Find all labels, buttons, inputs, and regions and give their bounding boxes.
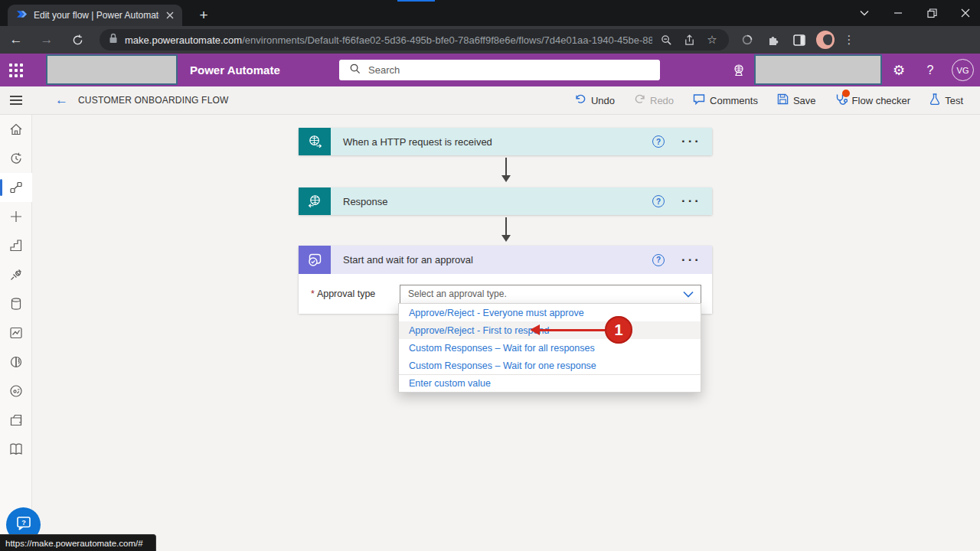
dropdown-option[interactable]: Custom Responses – Wait for all response… [399,339,701,357]
left-nav-rail [0,115,32,551]
lock-icon [109,33,118,47]
restore-icon[interactable] [923,5,940,21]
close-icon[interactable] [957,5,974,21]
tab-search-chevron-icon[interactable] [856,5,873,21]
step-menu-icon[interactable]: ··· [681,134,701,149]
undo-button[interactable]: Undo [575,93,615,107]
step-menu-icon[interactable]: ··· [681,253,701,268]
http-connector-icon [299,128,331,155]
hamburger-menu-icon[interactable] [0,96,32,105]
step-title: When a HTTP request is received [343,136,652,148]
flow-checker-stethoscope-icon [835,93,848,108]
extensions-puzzle-icon[interactable] [764,31,782,49]
zoom-out-icon[interactable] [657,31,675,49]
new-tab-button[interactable]: + [193,5,214,26]
step-info-icon[interactable]: ? [652,195,665,207]
reload-icon[interactable] [66,28,89,51]
sidebar-item-learn[interactable] [0,435,32,464]
step-menu-icon[interactable]: ··· [681,194,701,209]
help-icon[interactable]: ? [920,54,940,86]
approval-type-label-text: Approval type [317,289,375,299]
account-avatar[interactable]: VG [952,59,974,81]
address-bar[interactable]: make.powerautomate.com/environments/Defa… [100,29,729,51]
approval-type-select[interactable]: Select an approval type. [400,285,701,304]
flow-checker-alert-dot [842,90,850,97]
dropdown-option-custom-value[interactable]: Enter custom value [399,374,701,392]
bookmark-star-icon[interactable]: ☆ [703,31,721,49]
browser-extension-area: ⋮ [738,31,856,49]
flow-connector-arrow [505,217,507,240]
test-flask-icon [929,93,940,107]
share-icon[interactable] [680,31,698,49]
browser-navbar: ← → make.powerautomate.com/environments/… [0,26,980,54]
select-placeholder: Select an approval type. [408,289,683,299]
sidebar-item-connectors[interactable] [0,260,32,289]
window-controls [856,0,974,26]
flow-command-bar: ← CUSTOMER ONBOARDING FLOW Undo Redo Com… [0,86,980,115]
app-launcher-waffle-icon[interactable] [0,54,32,86]
redo-button[interactable]: Redo [634,93,674,107]
flow-step-response[interactable]: Response ? ··· [299,187,712,215]
redacted-region [46,54,178,85]
step-title: Start and wait for an approval [343,254,652,266]
step-title: Response [343,196,652,207]
step-info-icon[interactable]: ? [652,254,665,266]
approvals-connector-icon [299,246,331,274]
browser-tab[interactable]: Edit your flow | Power Automate [8,5,182,26]
undo-icon [575,93,586,107]
search-input[interactable] [368,64,629,76]
sidebar-item-ai-builder[interactable] [0,347,32,377]
browser-profile-avatar[interactable] [816,31,835,49]
browser-menu-kebab-icon[interactable]: ⋮ [842,33,856,47]
flow-checker-button[interactable]: Flow checker [835,93,911,108]
sidebar-item-process-advisor[interactable] [0,377,32,406]
svg-text:?: ? [21,518,26,526]
save-label: Save [793,95,816,106]
comments-label: Comments [710,95,758,106]
test-button[interactable]: Test [929,93,963,107]
sidebar-item-action-items[interactable] [0,144,32,173]
back-arrow-icon[interactable]: ← [55,93,68,108]
dropdown-option[interactable]: Custom Responses – Wait for one response [399,357,701,374]
save-button[interactable]: Save [777,93,816,107]
environment-icon[interactable] [727,54,750,86]
approval-type-label: *Approval type [311,289,397,299]
browser-back-icon[interactable]: ← [5,28,28,51]
link-status-tooltip: https://make.powerautomate.com/# [0,534,156,551]
required-marker: * [311,289,315,299]
annotation-step-badge: 1 [605,316,632,344]
settings-gear-icon[interactable]: ⚙ [888,54,910,86]
flow-connector-arrow [505,158,507,181]
chat-question-bubble-icon: ? [15,514,33,536]
tab-title: Edit your flow | Power Automate [34,10,159,21]
approval-type-dropdown: Approve/Reject - Everyone must approve A… [398,303,701,393]
sidebar-item-monitor[interactable] [0,318,32,347]
extension-circle-icon[interactable] [738,31,756,49]
undo-label: Undo [591,95,615,106]
split-screen-icon[interactable] [790,31,808,49]
sidebar-item-data[interactable] [0,289,32,318]
sidebar-item-home[interactable] [0,115,32,144]
sidebar-item-create[interactable] [0,202,32,231]
minimize-icon[interactable] [890,5,906,21]
sidebar-item-templates[interactable] [0,231,32,260]
sidebar-item-my-flows[interactable] [0,173,32,202]
test-label: Test [945,95,963,106]
redo-icon [634,93,645,107]
save-floppy-icon [777,93,789,107]
tab-close-icon[interactable] [164,9,176,21]
browser-forward-icon[interactable]: → [35,28,58,51]
annotation-arrow-line [539,329,605,331]
command-bar-actions: Undo Redo Comments Save Flow checker [575,93,980,108]
power-automate-favicon-icon [16,8,28,23]
flow-canvas: When a HTTP request is received ? ··· Re… [32,115,980,551]
http-connector-icon [299,187,331,215]
comment-bubble-icon [693,93,705,107]
portal-search-box[interactable] [339,60,660,80]
flow-step-http-trigger[interactable]: When a HTTP request is received ? ··· [299,128,712,155]
flow-title: CUSTOMER ONBOARDING FLOW [78,95,229,106]
dropdown-option[interactable]: Approve/Reject - Everyone must approve [399,304,701,321]
comments-button[interactable]: Comments [693,93,758,107]
sidebar-item-solutions[interactable] [0,406,32,435]
step-info-icon[interactable]: ? [652,135,665,148]
